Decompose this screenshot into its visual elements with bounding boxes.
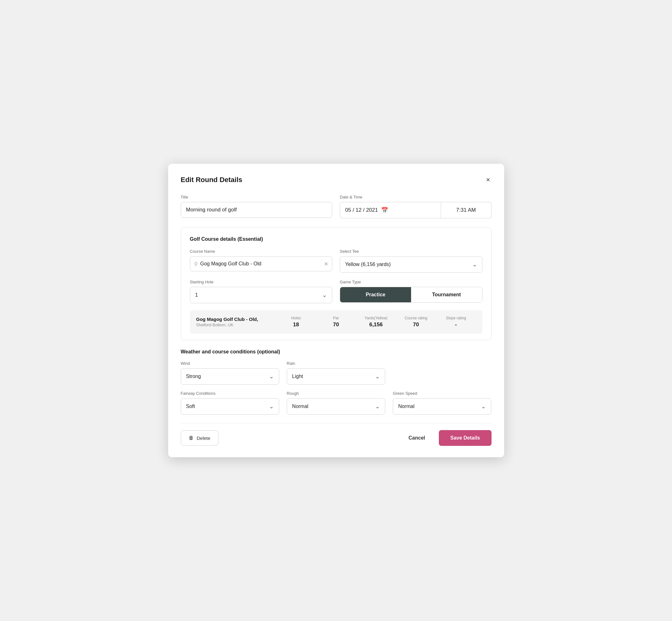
course-rating-value: 70 — [413, 322, 419, 328]
datetime-inputs: 05 / 12 / 2021 📅 7:31 AM — [340, 202, 492, 218]
par-stat: Par 70 — [316, 316, 356, 328]
green-speed-group: Green Speed Normal ⌄ — [393, 391, 491, 415]
holes-value: 18 — [293, 322, 299, 328]
chevron-down-icon: ⌄ — [472, 261, 477, 268]
chevron-down-icon-fairway: ⌄ — [269, 403, 274, 410]
clear-icon[interactable]: ✕ — [324, 261, 328, 267]
course-location: Shelford Bottom, UK — [196, 323, 276, 327]
date-input[interactable]: 05 / 12 / 2021 📅 — [340, 202, 441, 218]
course-info-row: Gog Magog Golf Club - Old, Shelford Bott… — [190, 310, 482, 334]
fairway-value: Soft — [186, 404, 195, 409]
course-full-name: Gog Magog Golf Club - Old, — [196, 317, 276, 322]
course-name-group: Course Name ⚲ ✕ — [190, 249, 333, 273]
green-speed-value: Normal — [398, 404, 415, 409]
wind-group: Wind Strong ⌄ — [181, 361, 279, 385]
datetime-field-group: Date & Time 05 / 12 / 2021 📅 7:31 AM — [340, 195, 492, 218]
title-label: Title — [181, 195, 333, 199]
time-value: 7:31 AM — [456, 207, 476, 213]
rough-value: Normal — [292, 404, 308, 409]
hole-gametype-row: Starting Hole 1 ⌄ Game Type Practice Tou… — [190, 280, 482, 303]
rain-group: Rain Light ⌄ — [287, 361, 385, 385]
fairway-rough-green-row: Fairway Conditions Soft ⌄ Rough Normal ⌄… — [181, 391, 492, 415]
game-type-group: Game Type Practice Tournament — [340, 280, 482, 303]
chevron-down-icon-2: ⌄ — [322, 292, 327, 298]
chevron-down-icon-rough: ⌄ — [375, 403, 380, 410]
weather-section-title: Weather and course conditions (optional) — [181, 349, 492, 355]
starting-hole-label: Starting Hole — [190, 280, 333, 284]
wind-dropdown[interactable]: Strong ⌄ — [181, 368, 279, 385]
holes-stat: Holes 18 — [276, 316, 316, 328]
rough-label: Rough — [287, 391, 385, 396]
green-speed-label: Green Speed — [393, 391, 491, 396]
datetime-label: Date & Time — [340, 195, 492, 199]
wind-label: Wind — [181, 361, 279, 366]
par-value: 70 — [333, 322, 339, 328]
game-type-toggle: Practice Tournament — [340, 287, 482, 303]
rough-group: Rough Normal ⌄ — [287, 391, 385, 415]
slope-rating-stat: Slope rating - — [436, 316, 476, 328]
yards-label: Yards(Yellow) — [365, 316, 387, 320]
title-field-group: Title — [181, 195, 333, 218]
top-fields-row: Title Date & Time 05 / 12 / 2021 📅 7:31 … — [181, 195, 492, 218]
modal-title: Edit Round Details — [181, 176, 243, 184]
starting-hole-group: Starting Hole 1 ⌄ — [190, 280, 333, 303]
save-button[interactable]: Save Details — [439, 430, 491, 446]
delete-label: Delete — [197, 436, 210, 441]
rain-label: Rain — [287, 361, 385, 366]
course-rating-label: Course rating — [405, 316, 427, 320]
delete-button[interactable]: 🗑 Delete — [181, 430, 218, 446]
course-rating-stat: Course rating 70 — [396, 316, 436, 328]
chevron-down-icon-wind: ⌄ — [269, 373, 274, 380]
tournament-button[interactable]: Tournament — [411, 287, 482, 302]
rain-dropdown[interactable]: Light ⌄ — [287, 368, 385, 385]
practice-button[interactable]: Practice — [340, 287, 411, 302]
golf-course-section-title: Golf Course details (Essential) — [190, 236, 482, 242]
par-label: Par — [333, 316, 339, 320]
rain-value: Light — [292, 374, 303, 379]
wind-rain-row: Wind Strong ⌄ Rain Light ⌄ — [181, 361, 492, 385]
game-type-label: Game Type — [340, 280, 482, 284]
rough-dropdown[interactable]: Normal ⌄ — [287, 398, 385, 415]
green-speed-dropdown[interactable]: Normal ⌄ — [393, 398, 491, 415]
title-input[interactable] — [181, 202, 333, 218]
select-tee-label: Select Tee — [340, 249, 482, 254]
slope-rating-value: - — [455, 322, 457, 328]
date-value: 05 / 12 / 2021 — [345, 207, 378, 213]
cancel-button[interactable]: Cancel — [402, 431, 431, 445]
fairway-label: Fairway Conditions — [181, 391, 279, 396]
fairway-group: Fairway Conditions Soft ⌄ — [181, 391, 279, 415]
course-name-input[interactable] — [200, 256, 322, 271]
calendar-icon: 📅 — [381, 207, 388, 214]
course-name-label: Course Name — [190, 249, 333, 254]
wind-value: Strong — [186, 374, 201, 379]
chevron-down-icon-rain: ⌄ — [375, 373, 380, 380]
trash-icon: 🗑 — [189, 435, 194, 441]
select-tee-value: Yellow (6,156 yards) — [345, 261, 390, 267]
chevron-down-icon-green: ⌄ — [481, 403, 486, 410]
yards-stat: Yards(Yellow) 6,156 — [356, 316, 396, 328]
fairway-dropdown[interactable]: Soft ⌄ — [181, 398, 279, 415]
close-button[interactable]: × — [485, 175, 492, 184]
select-tee-dropdown[interactable]: Yellow (6,156 yards) ⌄ — [340, 256, 482, 273]
golf-course-section: Golf Course details (Essential) Course N… — [181, 227, 492, 340]
course-tee-row: Course Name ⚲ ✕ Select Tee Yellow (6,156… — [190, 249, 482, 273]
weather-section: Weather and course conditions (optional)… — [181, 349, 492, 415]
yards-value: 6,156 — [369, 322, 383, 328]
slope-rating-label: Slope rating — [446, 316, 466, 320]
holes-label: Holes — [291, 316, 301, 320]
edit-round-modal: Edit Round Details × Title Date & Time 0… — [168, 164, 504, 457]
starting-hole-value: 1 — [195, 292, 198, 298]
course-name-input-wrapper[interactable]: ⚲ ✕ — [190, 256, 333, 272]
footer-right: Cancel Save Details — [402, 430, 492, 446]
select-tee-group: Select Tee Yellow (6,156 yards) ⌄ — [340, 249, 482, 273]
modal-header: Edit Round Details × — [181, 175, 492, 184]
search-icon: ⚲ — [194, 261, 198, 267]
footer-row: 🗑 Delete Cancel Save Details — [181, 423, 492, 446]
starting-hole-dropdown[interactable]: 1 ⌄ — [190, 287, 333, 303]
time-input[interactable]: 7:31 AM — [441, 202, 492, 218]
course-info-name: Gog Magog Golf Club - Old, Shelford Bott… — [196, 317, 276, 327]
